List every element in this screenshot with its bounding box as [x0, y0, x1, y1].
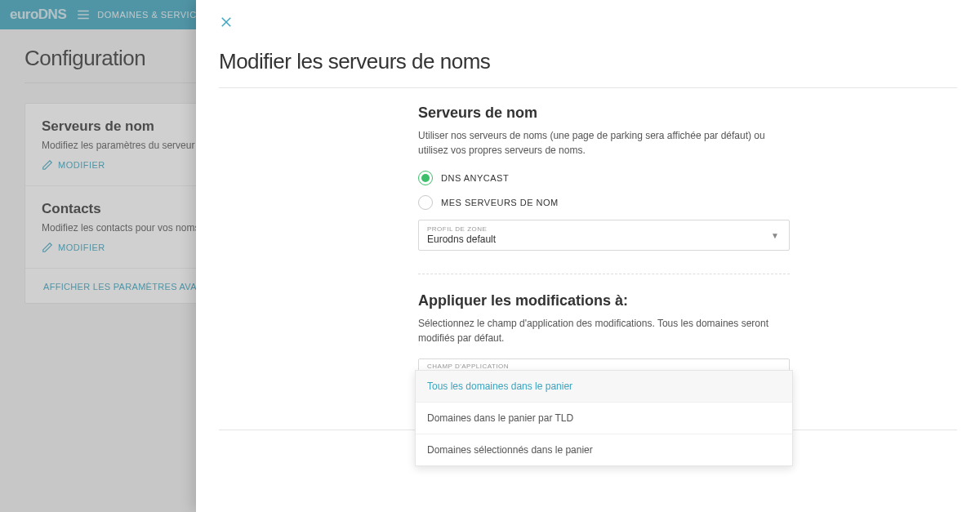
section-desc: Sélectionnez le champ d'application des … — [418, 316, 790, 345]
radio-label: DNS ANYCAST — [441, 173, 509, 183]
divider — [219, 87, 957, 88]
panel-form: Serveurs de nom Utiliser nos serveurs de… — [418, 105, 790, 372]
radio-own-nameservers[interactable]: MES SERVEURS DE NOM — [418, 195, 790, 210]
zone-profile-select[interactable]: PROFIL DE ZONE Eurodns default ▼ — [418, 220, 790, 251]
panel-title: Modifier les serveurs de noms — [219, 49, 957, 74]
section-title: Appliquer les modifications à: — [418, 292, 790, 309]
select-value: Eurodns default — [427, 234, 781, 245]
section-title: Serveurs de nom — [418, 105, 790, 122]
section-desc: Utiliser nos serveurs de noms (une page … — [418, 128, 790, 158]
dropdown-option[interactable]: Domaines dans le panier par TLD — [416, 403, 792, 434]
radio-label: MES SERVEURS DE NOM — [441, 198, 559, 207]
scope-select[interactable]: CHAMP D'APPLICATION Tous les domaines da… — [418, 358, 790, 372]
scope-dropdown: Tous les domaines dans le panier Domaine… — [415, 370, 793, 466]
dropdown-option[interactable]: Domaines sélectionnés dans le panier — [416, 434, 792, 465]
select-label: CHAMP D'APPLICATION — [427, 363, 781, 370]
dropdown-option[interactable]: Tous les domaines dans le panier — [416, 371, 792, 403]
radio-indicator — [418, 171, 433, 185]
select-label: PROFIL DE ZONE — [427, 225, 781, 233]
close-icon — [219, 15, 234, 29]
divider — [418, 274, 790, 274]
radio-indicator — [418, 195, 433, 210]
radio-dns-anycast[interactable]: DNS ANYCAST — [418, 171, 790, 185]
side-panel: Modifier les serveurs de noms Serveurs d… — [196, 0, 980, 512]
close-button[interactable] — [219, 10, 234, 38]
chevron-down-icon: ▼ — [771, 231, 779, 240]
